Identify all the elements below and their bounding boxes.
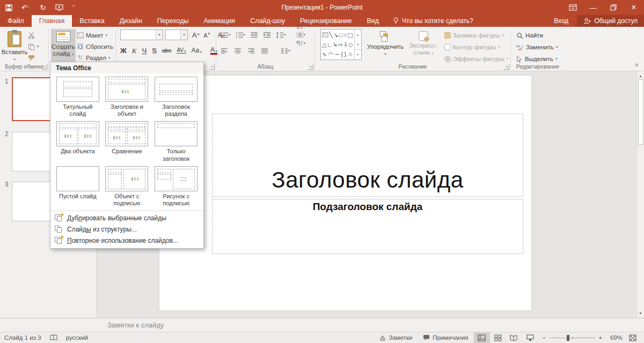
bullets-button[interactable]: ▾ [221,32,231,39]
paste-caret-icon[interactable]: ▾ [13,57,16,62]
layout-option-section-header[interactable]: Заголовок раздела [151,76,201,118]
shape-left-brace-icon[interactable]: { [341,51,343,57]
comments-toggle[interactable]: Примечания [418,332,473,343]
tab-home[interactable]: Главная [32,15,72,27]
select-button[interactable]: Выделить▾ [516,55,558,63]
undo-button[interactable]: ↶▾ [21,4,31,11]
shrink-font-button[interactable]: A▾ [203,32,210,39]
font-size-combo[interactable]: ▾ [165,29,188,40]
language-indicator[interactable]: русский [66,334,88,341]
underline-button[interactable]: Ч [142,47,147,54]
tab-view[interactable]: Вид [359,15,386,27]
change-case-button[interactable]: Aa▾ [192,47,202,54]
sign-in-button[interactable]: Вход [545,15,577,27]
font-size-caret-icon[interactable]: ▾ [180,30,187,40]
paragraph-dialog-launcher-icon[interactable]: ↘ [308,64,313,70]
tab-transitions[interactable]: Переходы [150,15,196,27]
shape-flowchart-icon[interactable]: ◇ [348,42,353,48]
align-right-button[interactable] [247,48,255,54]
font-dialog-launcher-icon[interactable]: ↘ [209,64,215,70]
tab-design[interactable]: Дизайн [112,15,150,27]
line-spacing-button[interactable]: ▾ [276,32,286,39]
shape-right-arrow-icon[interactable]: ⇨ [338,42,343,48]
shape-elbow-arrow-icon[interactable]: ↳ [333,42,338,48]
layout-option-two-content[interactable]: Два объекта [53,120,103,163]
align-text-button[interactable]: ▾ [296,32,306,38]
shapes-scroll-up-icon[interactable]: ▴ [355,29,361,39]
slideshow-view-button[interactable] [522,332,538,343]
align-left-button[interactable] [221,48,228,54]
zoom-in-button[interactable]: + [598,334,602,341]
new-slide-button[interactable]: Создатьслайд ▾ [51,29,76,62]
layout-option-title-and-content[interactable]: Заголовок и объект [103,76,152,118]
scrollbar-thumb[interactable] [638,79,643,145]
shape-oval-icon[interactable]: ○ [343,32,347,38]
text-direction-button[interactable]: ▾ [296,23,306,29]
shape-rectangle-icon[interactable]: □ [339,32,343,38]
cut-button[interactable] [28,31,39,40]
zoom-slider[interactable] [549,338,595,338]
find-button[interactable]: Найти [516,31,558,40]
layout-option-title-slide[interactable]: Титульный слайд [53,76,103,118]
layout-option-picture-with-caption[interactable]: Рисунок с подписью [151,165,201,208]
layout-option-title-only[interactable]: Только заголовок [151,120,201,163]
strikethrough-button[interactable]: abc [162,48,172,54]
numbering-button[interactable]: ▾ [236,32,246,39]
vertical-scrollbar[interactable]: ▲ ▼ [636,71,644,318]
shape-down-arrow-icon[interactable]: ⇩ [343,42,348,48]
undo-caret-icon[interactable]: ▾ [29,5,31,10]
drawing-dialog-launcher-icon[interactable]: ↘ [504,64,509,70]
shapes-more-icon[interactable]: ▾ [355,49,361,59]
notes-toggle[interactable]: Заметки [374,332,418,343]
zoom-percentage[interactable]: 69% [606,334,625,341]
zoom-out-button[interactable]: − [543,334,546,341]
menu-item-duplicate-slides[interactable]: Дублировать выбранные слайды [50,212,203,223]
reset-button[interactable]: Сбросить [77,42,113,51]
subtitle-placeholder[interactable]: Подзаголовок слайда [212,199,523,254]
start-slideshow-icon[interactable] [55,4,63,11]
shape-line-icon[interactable]: ╲ [329,32,333,38]
italic-button[interactable]: К [132,47,137,54]
minimize-button[interactable]: — [583,0,603,15]
layout-option-comparison[interactable]: Сравнение [103,120,152,163]
copy-caret-icon[interactable]: ▾ [37,44,39,49]
shape-rounded-rectangle-icon[interactable]: ▢ [347,32,353,38]
shape-arc-icon[interactable]: ◠ [328,51,334,57]
shapes-scroll-down-icon[interactable]: ▾ [355,39,361,49]
restore-button[interactable] [603,0,624,15]
bold-button[interactable]: Ж [120,47,127,54]
scroll-up-icon[interactable]: ▲ [639,71,642,79]
close-button[interactable]: × [624,0,644,15]
tab-insert[interactable]: Вставка [72,15,112,27]
text-shadow-button[interactable]: S [152,47,157,54]
increase-indent-button[interactable] [263,32,271,39]
copy-button[interactable]: ▾ [28,42,39,51]
shape-curve-icon[interactable]: ∼ [335,51,340,57]
shape-arrow-icon[interactable]: ↘ [333,32,338,38]
clipboard-dialog-launcher-icon[interactable]: ↘ [42,64,47,70]
replace-button[interactable]: abacЗаменить▾ [516,43,558,51]
columns-button[interactable]: ▾ [281,48,290,54]
slide-canvas[interactable]: Заголовок слайда Подзаголовок слайда [159,76,531,310]
scroll-down-icon[interactable]: ▼ [639,310,642,318]
tab-animations[interactable]: Анимация [196,15,243,27]
redo-icon[interactable]: ↻ [40,4,46,11]
zoom-slider-thumb[interactable] [567,335,569,341]
section-button[interactable]: Раздел▾ [77,54,113,62]
layout-option-content-with-caption[interactable]: Объект с подписью [103,165,152,208]
layout-button[interactable]: Макет▾ [77,31,113,40]
font-name-caret-icon[interactable]: ▾ [156,30,163,40]
convert-smartart-button[interactable]: ▾ [296,40,306,47]
shape-fill-button[interactable]: Заливка фигуры▾ [444,31,508,40]
reading-view-button[interactable] [506,332,522,343]
tab-slideshow[interactable]: Слайд-шоу [243,15,292,27]
collapse-ribbon-icon[interactable]: ∧ [635,62,639,68]
tell-me-box[interactable]: Что вы хотите сделать? [386,15,480,27]
fit-slide-to-window-button[interactable] [625,332,641,343]
grow-font-button[interactable]: A▴ [192,32,199,39]
align-center-button[interactable] [234,48,241,54]
tab-file[interactable]: Файл [0,15,32,27]
paste-button[interactable]: Вставить ▾ [2,29,27,62]
layout-option-blank[interactable]: Пустой слайд [53,165,103,208]
share-button[interactable]: Общий доступ [577,15,644,27]
